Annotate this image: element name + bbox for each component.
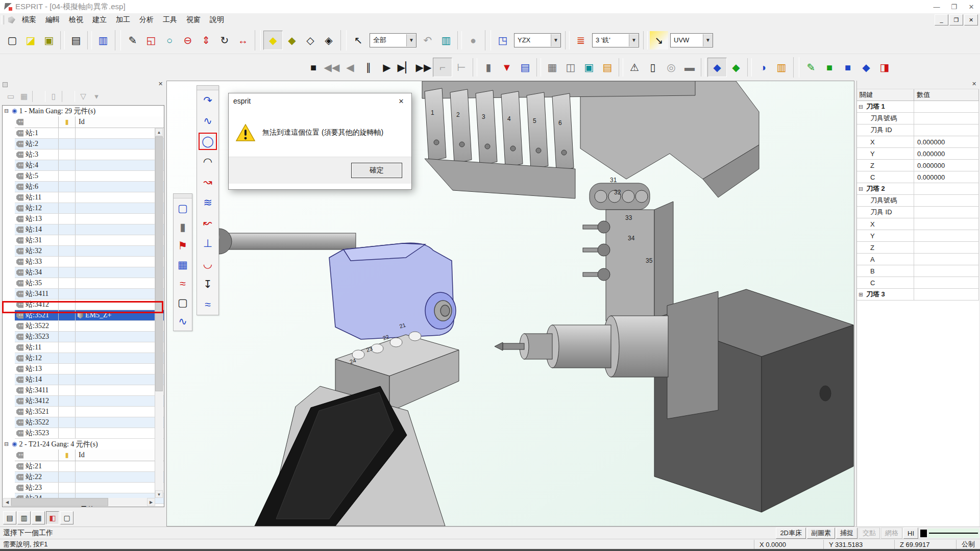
station-row[interactable]: 站:23 bbox=[15, 483, 164, 493]
trash-icon[interactable]: ▯ bbox=[47, 90, 60, 103]
cube-blue-icon[interactable]: ■ bbox=[839, 58, 857, 77]
menu-window[interactable]: 視窗 bbox=[182, 14, 205, 26]
station-row[interactable]: 站:3522 bbox=[15, 417, 164, 428]
cone-blue-icon[interactable]: ◆ bbox=[857, 58, 875, 77]
station-row[interactable]: 站:34 bbox=[15, 267, 164, 278]
pan-icon[interactable]: ↔ bbox=[234, 31, 252, 49]
mill-tool-icon[interactable]: ▮ bbox=[174, 217, 192, 236]
station-row[interactable]: 站:3521 bbox=[15, 407, 164, 417]
arc-plus-icon[interactable]: ◠ bbox=[197, 152, 218, 172]
tool-pencil-icon[interactable]: ✎ bbox=[802, 58, 820, 77]
station-row[interactable]: 站:3523 bbox=[15, 332, 164, 342]
fixture-icon[interactable]: ◫ bbox=[561, 58, 580, 77]
save-simulation-icon[interactable]: ▣ bbox=[580, 58, 598, 77]
step-back-icon[interactable]: ◀ bbox=[341, 58, 359, 77]
status-row[interactable]: X bbox=[857, 218, 979, 230]
dialog-close-icon[interactable]: ✕ bbox=[391, 93, 411, 109]
step-forward-icon[interactable]: ▶▏ bbox=[396, 58, 414, 77]
filter-funnel-icon[interactable]: ▽ bbox=[77, 90, 90, 103]
uvw-combo[interactable]: UVW▼ bbox=[670, 33, 713, 47]
tool-document-icon[interactable]: ▤ bbox=[516, 58, 534, 77]
stock-small-cube-icon[interactable]: ◆ bbox=[727, 58, 745, 77]
select-cursor-icon[interactable]: ↖ bbox=[349, 31, 368, 49]
work-plane-combo[interactable]: YZX▼ bbox=[514, 33, 561, 47]
mdi-close-icon[interactable]: ✕ bbox=[964, 14, 978, 26]
turbo-mode-icon[interactable]: ⌐ bbox=[433, 58, 452, 77]
undo-icon[interactable]: ↶ bbox=[419, 31, 437, 49]
curve-direction-icon[interactable]: ↝ bbox=[197, 172, 218, 192]
station-row[interactable]: 站:32 bbox=[15, 246, 164, 257]
graphics-viewport[interactable]: 1 2 3 4 5 6 31 32 33 34 35 24 23 22 21 bbox=[166, 81, 854, 527]
station-row[interactable]: 站:3 bbox=[15, 149, 164, 160]
chevron-down-icon[interactable]: ▼ bbox=[406, 34, 416, 46]
rotate-view-icon[interactable]: ↻ bbox=[215, 31, 234, 49]
station-row[interactable]: 站:13 bbox=[15, 214, 164, 224]
station-row[interactable]: 站:14 bbox=[15, 374, 164, 385]
collapse-icon[interactable]: ⊟ bbox=[4, 441, 10, 447]
menu-file[interactable]: 檔案 bbox=[17, 14, 41, 26]
print-icon[interactable]: ▤ bbox=[67, 31, 85, 49]
station-row[interactable]: 站:1 bbox=[15, 128, 164, 139]
device-icon[interactable]: ▯ bbox=[644, 58, 662, 77]
swept-surface-icon[interactable]: ≈ bbox=[197, 294, 218, 315]
mdi-restore-icon[interactable]: ❐ bbox=[949, 14, 963, 26]
caret-down-icon[interactable]: ▾ bbox=[90, 90, 103, 103]
scroll-left-icon[interactable]: ◀ bbox=[3, 498, 11, 506]
toggle-2d-lathe[interactable]: 2D車床 bbox=[776, 528, 806, 539]
scrollbar-thumb[interactable] bbox=[155, 136, 163, 391]
toggle-intersection[interactable]: 交點 bbox=[859, 528, 880, 539]
stock-cube-icon[interactable]: ◆ bbox=[707, 58, 727, 77]
toggle-subelement[interactable]: 副圖素 bbox=[807, 528, 835, 539]
status-row[interactable]: 刀具 ID bbox=[857, 207, 979, 218]
folder-icon[interactable]: ▭ bbox=[4, 90, 17, 103]
status-row[interactable]: A bbox=[857, 254, 979, 265]
toolbar-grip[interactable] bbox=[174, 194, 192, 198]
chevron-down-icon[interactable]: ▼ bbox=[629, 34, 639, 46]
station-row[interactable]: 站:3523 bbox=[15, 428, 164, 439]
closed-curve-icon[interactable]: ◯ bbox=[197, 131, 218, 152]
stop-icon[interactable]: ■ bbox=[304, 58, 323, 77]
station-row[interactable]: 站:3412 bbox=[15, 396, 164, 407]
status-row[interactable]: B bbox=[857, 265, 979, 277]
status-row[interactable]: X 0.000000 bbox=[857, 136, 979, 148]
panel-grip[interactable] bbox=[3, 82, 8, 87]
scroll-up-icon[interactable]: ▲ bbox=[155, 128, 163, 136]
toolbar-grip[interactable] bbox=[197, 86, 218, 90]
station-row[interactable]: 站:11 bbox=[15, 192, 164, 203]
copy-document-icon[interactable]: ▥ bbox=[94, 31, 112, 49]
station-row[interactable]: 站:5 bbox=[15, 171, 164, 182]
menu-help[interactable]: 說明 bbox=[205, 14, 229, 26]
vertical-scrollbar[interactable]: ▲ ▼ bbox=[155, 128, 163, 498]
collapse-icon[interactable]: ⊟ bbox=[4, 507, 10, 507]
menu-view[interactable]: 檢視 bbox=[64, 14, 88, 26]
scroll-down-icon[interactable]: ▼ bbox=[155, 490, 163, 498]
compare-model-icon[interactable]: ◑ bbox=[754, 58, 772, 77]
probe-flag-icon[interactable]: ⚑ bbox=[174, 236, 192, 255]
station-row[interactable]: 站:4 bbox=[15, 160, 164, 171]
status-row[interactable]: ⊟刀塔 2 bbox=[857, 183, 979, 195]
wave-surface-icon[interactable]: ∿ bbox=[174, 312, 192, 331]
shade-flat-icon[interactable]: ◆ bbox=[283, 31, 301, 49]
open-folder-icon[interactable]: ◪ bbox=[21, 31, 40, 49]
gang-group-header-2[interactable]: ⊟ ◉ 2 - T21-24 Gang: 4 元件(s) bbox=[3, 439, 164, 449]
single-block-icon[interactable]: ⊢ bbox=[452, 58, 471, 77]
toggle-hi[interactable]: HI bbox=[903, 528, 918, 539]
rewind-start-icon[interactable]: ◀◀ bbox=[323, 58, 341, 77]
collision-check-icon[interactable]: ⚠ bbox=[625, 58, 644, 77]
project-curve-icon[interactable]: ↧ bbox=[197, 274, 218, 294]
surface-curve-icon[interactable]: ≈ bbox=[174, 274, 192, 293]
expander-icon[interactable]: ⊟ bbox=[859, 186, 864, 192]
zoom-window-icon[interactable]: ◱ bbox=[142, 31, 160, 49]
stock-box-icon[interactable]: ▢ bbox=[174, 293, 192, 312]
wireframe-icon[interactable]: ◇ bbox=[301, 31, 320, 49]
status-row[interactable]: Y 0.000000 bbox=[857, 148, 979, 160]
helix-icon[interactable]: ≋ bbox=[197, 192, 218, 213]
station-row[interactable]: 站:3521 EM5_Z+ bbox=[15, 310, 164, 321]
station-row[interactable]: 站:22 bbox=[15, 472, 164, 483]
stop-octagon-icon[interactable]: ● bbox=[464, 31, 482, 49]
minimize-icon[interactable]: — bbox=[928, 1, 945, 13]
report-icon[interactable]: ▤ bbox=[598, 58, 617, 77]
zoom-dynamic-icon[interactable]: ⇕ bbox=[197, 31, 215, 49]
ok-button[interactable]: 確定 bbox=[351, 163, 402, 178]
reverse-curve-icon[interactable]: ↜ bbox=[197, 213, 218, 233]
